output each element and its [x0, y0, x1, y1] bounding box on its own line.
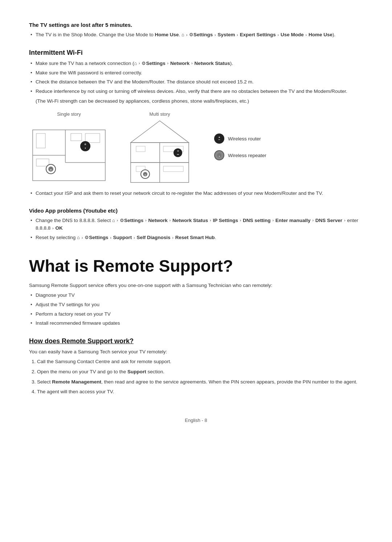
video-app-bullet2: Reset by selecting ⌂ › ⚙Settings › Suppo…	[29, 234, 363, 242]
wifi-list: Make sure the TV has a network connectio…	[29, 59, 363, 95]
svg-text:⊕: ⊕	[84, 143, 86, 145]
video-app-heading: Video App problems (Youtube etc)	[29, 208, 363, 214]
svg-text:●: ●	[219, 155, 220, 157]
wifi-bullet1: Make sure the TV has a network connectio…	[29, 59, 363, 67]
wifi-heading: Intermittent Wi-Fi	[29, 49, 363, 57]
svg-rect-20	[136, 146, 145, 152]
svg-rect-5	[36, 159, 49, 166]
router-legend-item: ⊕ ●● Wireless router	[214, 134, 266, 144]
svg-text:●●: ●●	[219, 139, 220, 140]
router-legend-label: Wireless router	[228, 136, 261, 141]
multi-story-label: Multi story	[150, 112, 170, 117]
repeater-icon: ●	[214, 150, 224, 160]
repeater-legend-item: ● Wireless repeater	[214, 150, 266, 160]
video-app-section: Video App problems (Youtube etc) Change …	[29, 208, 363, 242]
single-story-label: Single story	[57, 112, 81, 117]
footer-text: English - 8	[185, 418, 207, 423]
remote-support-bullet3: Perform a factory reset on your TV	[29, 310, 363, 318]
wifi-section: Intermittent Wi-Fi Make sure the TV has …	[29, 49, 363, 197]
remote-support-step2: Open the menu on your TV and go to the S…	[37, 368, 363, 376]
single-story-svg: ⊕ ● ●	[29, 119, 109, 184]
remote-support-steps: Call the Samsung Contact Centre and ask …	[29, 358, 363, 395]
single-story-block: Single story ⊕ ●	[29, 112, 109, 184]
wifi-isp-bullet: Contact your ISP and ask them to reset y…	[29, 189, 363, 197]
wifi-list2: Contact your ISP and ask them to reset y…	[29, 189, 363, 197]
svg-text:●: ●	[50, 168, 52, 171]
repeater-legend-label: Wireless repeater	[228, 153, 266, 158]
wifi-legend: ⊕ ●● Wireless router ● Wireless repeater	[214, 134, 266, 160]
wifi-bullet2: Make sure the Wifi password is entered c…	[29, 69, 363, 77]
svg-text:●: ●	[144, 174, 146, 176]
multi-story-svg: ⊕ ●● ●	[120, 119, 200, 184]
svg-text:●●: ●●	[177, 153, 179, 155]
tv-settings-heading: The TV settings are lost after 5 minutes…	[29, 22, 363, 28]
multi-story-block: Multi story ⊕ ●	[120, 112, 200, 184]
video-app-list: Change the DNS to 8.8.8.8. Select ⌂ › ⚙S…	[29, 217, 363, 242]
svg-text:⊕: ⊕	[219, 136, 220, 138]
svg-rect-6	[71, 134, 82, 141]
svg-text:●: ●	[85, 147, 86, 149]
page-footer: English - 8	[29, 418, 363, 423]
tv-settings-bullet1: The TV is in the Shop Mode. Change the U…	[29, 31, 363, 39]
video-app-bullet1: Change the DNS to 8.8.8.8. Select ⌂ › ⚙S…	[29, 217, 363, 232]
svg-marker-15	[131, 121, 189, 143]
remote-support-heading: What is Remote Support?	[29, 256, 363, 276]
svg-rect-23	[163, 166, 183, 172]
remote-support-step4: The agent will then access your TV.	[37, 388, 363, 396]
remote-support-step3: Select Remote Management, then read and …	[37, 378, 363, 386]
remote-support-bullet2: Adjust the TV settings for you	[29, 301, 363, 309]
svg-text:⊕: ⊕	[177, 150, 179, 152]
how-remote-support-intro: You can easily have a Samsung Tech servi…	[29, 348, 363, 356]
remote-support-bullet4: Install recommended firmware updates	[29, 319, 363, 327]
svg-rect-8	[36, 134, 45, 148]
remote-support-step1: Call the Samsung Contact Centre and ask …	[37, 358, 363, 366]
remote-support-section: What is Remote Support? Samsung Remote S…	[29, 256, 363, 327]
wifi-diagram: Single story ⊕ ●	[29, 112, 363, 184]
how-remote-support-section: How does Remote Support work? You can ea…	[29, 337, 363, 396]
remote-support-bullets: Diagnose your TV Adjust the TV settings …	[29, 291, 363, 327]
how-remote-support-heading: How does Remote Support work?	[29, 337, 363, 345]
wifi-bullet3: Check the distance between the TV and th…	[29, 78, 363, 86]
router-icon: ⊕ ●●	[214, 134, 224, 144]
svg-rect-7	[85, 134, 100, 143]
tv-settings-section: The TV settings are lost after 5 minutes…	[29, 22, 363, 39]
wifi-note: (The Wi-Fi strength can be decreased by …	[29, 97, 363, 105]
remote-support-bullet1: Diagnose your TV	[29, 291, 363, 299]
remote-support-intro: Samsung Remote Support service offers yo…	[29, 282, 363, 290]
wifi-bullet4: Reduce interference by not using or turn…	[29, 87, 363, 95]
tv-settings-list: The TV is in the Shop Mode. Change the U…	[29, 31, 363, 39]
tv-settings-text1: The TV is in the Shop Mode. Change the U…	[36, 32, 335, 37]
